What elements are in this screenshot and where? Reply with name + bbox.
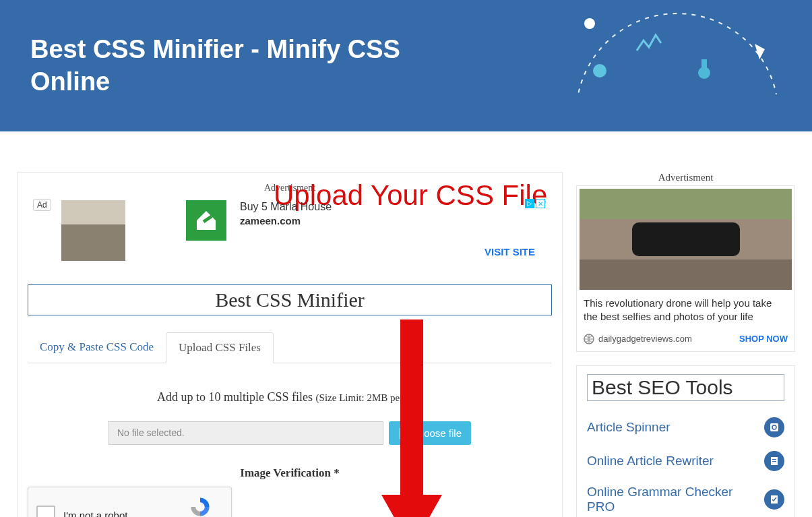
- tab-copy-paste[interactable]: Copy & Paste CSS Code: [28, 332, 166, 363]
- seo-link[interactable]: Online Grammar Checker PRO: [587, 485, 749, 514]
- upload-area: Add up to 10 multiple CSS files (Size Li…: [28, 363, 552, 452]
- seo-link[interactable]: Article Spinner: [587, 420, 670, 435]
- svg-marker-6: [381, 495, 442, 517]
- svg-rect-8: [401, 434, 405, 435]
- seo-item: Online Grammar Checker PRO: [587, 478, 784, 518]
- choose-file-label: Choose file: [411, 427, 462, 439]
- recaptcha: I'm not a robot reCAPTCHA Privacy - Term…: [28, 487, 232, 517]
- recaptcha-label: I'm not a robot: [63, 510, 168, 518]
- header-decoration: [542, 0, 812, 94]
- tabs: Copy & Paste CSS Code Upload CSS Files: [28, 332, 552, 363]
- svg-point-0: [576, 13, 778, 94]
- file-row: No file selected. Choose file: [108, 421, 471, 445]
- svg-rect-7: [401, 432, 405, 433]
- file-icon: [398, 428, 408, 439]
- grammar-icon: [764, 489, 784, 510]
- sidebar-advertisment-label: Advertisment: [576, 172, 795, 183]
- rewrite-icon: [764, 451, 784, 471]
- ad-domain-text: dailygadgetreviews.com: [598, 334, 692, 344]
- ad-shop-link[interactable]: SHOP NOW: [739, 334, 788, 344]
- ad-image: [580, 189, 792, 290]
- svg-rect-14: [772, 461, 776, 462]
- spinner-icon: [764, 417, 784, 437]
- ad-domain: zameen.com: [240, 214, 471, 228]
- ad-badge: Ad: [33, 199, 51, 211]
- seo-item: Online Article Rewriter: [587, 444, 784, 478]
- ad-headline: Buy 5 Marla House: [240, 200, 471, 214]
- recaptcha-brand: reCAPTCHA Privacy - Terms: [177, 495, 223, 517]
- svg-rect-4: [701, 59, 707, 69]
- ad-image: [61, 200, 125, 261]
- main-advertisement[interactable]: Ad ▷ ✕ Buy 5 Marla House zameen.com VISI…: [28, 193, 552, 281]
- globe-icon: [584, 334, 594, 344]
- svg-rect-13: [772, 459, 776, 460]
- ad-controls: ▷ ✕: [525, 199, 545, 208]
- ad-copy: This revolutionary drone will help you t…: [580, 290, 792, 331]
- sidebar: Advertisment Ad ▷ ✕ This revolutionary d…: [576, 172, 795, 517]
- close-ad-icon[interactable]: ✕: [536, 199, 545, 208]
- tool-title: Best CSS Minifier: [28, 284, 552, 315]
- adchoices-icon[interactable]: ▷: [525, 199, 534, 208]
- recaptcha-icon: [189, 495, 212, 517]
- seo-link[interactable]: Online Article Rewriter: [587, 454, 714, 468]
- ad-domain: dailygadgetreviews.com: [584, 334, 692, 344]
- sidebar-advertisement[interactable]: Ad ▷ ✕ This revolutionary drone will hel…: [576, 185, 795, 352]
- ad-brand-logo: [186, 200, 226, 241]
- page-header: Best CSS Minifier - Minify CSS Online: [0, 0, 812, 131]
- svg-rect-10: [770, 423, 778, 431]
- page-title: Best CSS Minifier - Minify CSS Online: [30, 34, 435, 98]
- upload-hint-main: Add up to 10 multiple CSS files: [157, 390, 316, 404]
- svg-point-1: [584, 18, 595, 29]
- seo-title: Best SEO Tools: [587, 374, 784, 401]
- file-input[interactable]: No file selected.: [108, 421, 383, 445]
- ad-visit-link[interactable]: VISIT SITE: [485, 246, 535, 257]
- recaptcha-checkbox[interactable]: [36, 506, 55, 517]
- verification-label: Image Verification *: [28, 466, 552, 480]
- tab-upload-files[interactable]: Upload CSS Files: [166, 332, 274, 363]
- upload-hint: Add up to 10 multiple CSS files (Size Li…: [108, 390, 471, 404]
- ad-copy: Buy 5 Marla House zameen.com: [240, 200, 471, 227]
- seo-item: Article Spinner: [587, 410, 784, 444]
- svg-point-2: [593, 64, 606, 78]
- choose-file-button[interactable]: Choose file: [389, 421, 471, 445]
- seo-tools-box: Best SEO Tools Article Spinner Online Ar…: [576, 365, 795, 518]
- main-panel: Advertisment Upload Your CSS File Ad ▷ ✕…: [17, 172, 563, 517]
- upload-hint-small: (Size Limit: 2MB per file): [316, 392, 423, 403]
